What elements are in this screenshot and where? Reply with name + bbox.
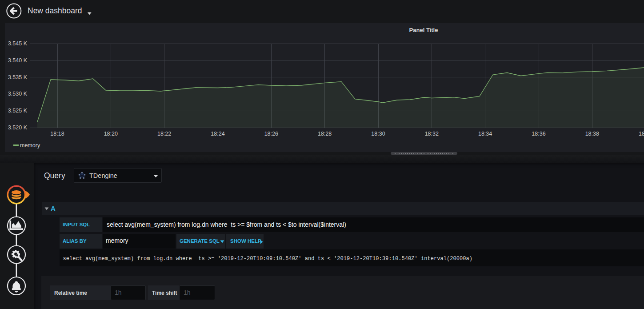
svg-text:18:38: 18:38 xyxy=(585,131,599,137)
svg-text:3.520 K: 3.520 K xyxy=(8,124,28,131)
svg-text:3.525 K: 3.525 K xyxy=(8,108,28,114)
svg-text:3.535 K: 3.535 K xyxy=(8,74,28,80)
svg-text:18:34: 18:34 xyxy=(478,131,492,137)
svg-text:3.530 K: 3.530 K xyxy=(8,91,28,97)
svg-text:18:24: 18:24 xyxy=(211,131,224,137)
svg-text:18:20: 18:20 xyxy=(104,131,118,137)
svg-text:18:32: 18:32 xyxy=(425,131,439,137)
svg-text:3.540 K: 3.540 K xyxy=(8,57,28,64)
svg-text:18:36: 18:36 xyxy=(532,131,545,137)
svg-text:18:40: 18:40 xyxy=(639,131,644,137)
svg-text:18:18: 18:18 xyxy=(50,131,64,137)
svg-text:18:22: 18:22 xyxy=(157,131,171,137)
svg-text:18:30: 18:30 xyxy=(371,131,385,137)
svg-text:memory: memory xyxy=(20,142,40,148)
svg-text:3.545 K: 3.545 K xyxy=(8,40,28,47)
svg-text:18:26: 18:26 xyxy=(264,131,278,137)
svg-text:18:28: 18:28 xyxy=(318,131,332,137)
